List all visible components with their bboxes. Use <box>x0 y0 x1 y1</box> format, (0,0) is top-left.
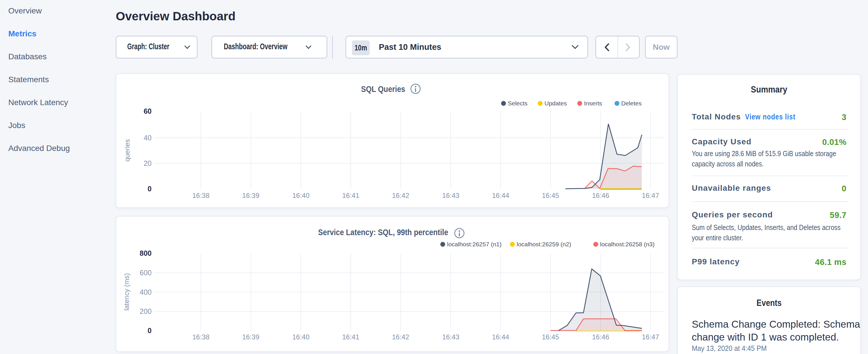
svg-text:Deletes: Deletes <box>621 100 642 106</box>
svg-text:latency (ms): latency (ms) <box>123 273 130 311</box>
svg-text:16:47: 16:47 <box>642 192 659 199</box>
svg-text:16:38: 16:38 <box>192 192 210 199</box>
svg-text:16:43: 16:43 <box>442 192 459 199</box>
svg-text:600: 600 <box>140 269 152 277</box>
svg-text:Service Latency: SQL, 99th per: Service Latency: SQL, 99th percentile <box>318 228 448 237</box>
svg-text:16:46: 16:46 <box>592 192 609 199</box>
svg-text:16:38: 16:38 <box>192 333 210 341</box>
svg-text:16:45: 16:45 <box>542 333 559 341</box>
svg-text:16:39: 16:39 <box>242 333 259 341</box>
svg-text:16:40: 16:40 <box>292 333 309 341</box>
svg-text:Selects: Selects <box>508 100 528 106</box>
svg-text:localhost:26257 (n1): localhost:26257 (n1) <box>447 241 501 248</box>
svg-text:0: 0 <box>148 185 152 193</box>
svg-text:Inserts: Inserts <box>584 100 602 106</box>
svg-text:20: 20 <box>144 159 152 167</box>
svg-text:800: 800 <box>140 249 152 257</box>
svg-text:16:39: 16:39 <box>242 192 259 199</box>
svg-text:60: 60 <box>144 107 152 115</box>
svg-text:16:44: 16:44 <box>492 333 509 341</box>
svg-text:queries: queries <box>123 139 131 162</box>
svg-text:16:42: 16:42 <box>392 333 409 341</box>
svg-text:16:47: 16:47 <box>642 333 659 341</box>
svg-text:Updates: Updates <box>545 100 567 106</box>
svg-text:16:44: 16:44 <box>492 192 509 199</box>
svg-text:16:41: 16:41 <box>342 333 359 341</box>
svg-text:400: 400 <box>140 288 152 296</box>
svg-text:16:46: 16:46 <box>592 333 609 341</box>
svg-text:16:42: 16:42 <box>392 192 409 199</box>
svg-text:localhost:26259 (n2): localhost:26259 (n2) <box>517 241 571 248</box>
svg-text:16:40: 16:40 <box>292 192 309 199</box>
svg-text:200: 200 <box>140 307 152 315</box>
svg-text:16:41: 16:41 <box>342 192 359 199</box>
svg-text:localhost:26258 (n3): localhost:26258 (n3) <box>600 241 654 248</box>
svg-text:16:45: 16:45 <box>542 192 559 199</box>
svg-text:SQL Queries: SQL Queries <box>361 85 405 94</box>
svg-text:0: 0 <box>148 326 152 334</box>
svg-text:16:43: 16:43 <box>442 333 459 341</box>
svg-text:40: 40 <box>144 134 152 142</box>
